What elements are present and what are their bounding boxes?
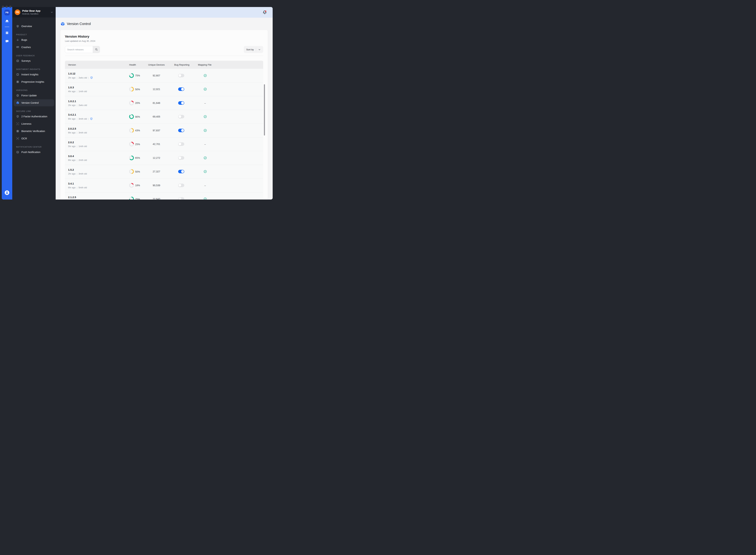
separator: | [77,159,77,161]
health-percentage: 75% [135,74,140,77]
verified-shield-icon [90,76,93,79]
sidebar-item-crashes[interactable]: Crashes [14,44,54,51]
table-row: 2.1.2.5 6hr ago | 3mth old 75% 22,643 [65,192,263,200]
chat-icon[interactable] [5,40,9,43]
home-icon[interactable] [5,19,9,23]
toggle-knob [178,157,181,159]
search-input[interactable] [65,46,93,53]
bug-reporting-toggle[interactable] [178,74,184,77]
table-scrollbar[interactable] [264,84,265,135]
release-time: 5hr ago [68,145,75,147]
version-age: 5mth old [79,186,87,189]
check-circle-icon [203,170,207,173]
bug-reporting-toggle[interactable] [178,170,184,173]
workspace-logo[interactable]: PB [4,10,10,15]
bug-reporting-toggle[interactable] [178,101,184,105]
unique-devices-count: 27,327 [146,170,167,173]
toggle-knob [178,115,181,118]
two-factor-icon [16,115,19,118]
sidebar-item-liveness[interactable]: Liveness [14,120,54,127]
instant-insights-icon [16,73,19,76]
unique-devices-count: 22,643 [146,198,167,200]
bug-reporting-toggle[interactable] [178,197,184,200]
sidebar-item-push-notification[interactable]: Push Notification [14,148,54,156]
table-body: 1.0.12 2hr ago | 2wks old | 75% 92,607 1… [65,69,263,200]
mapping-file-status: – [203,184,207,187]
separator: | [77,90,77,93]
sidebar-item-instant-insights[interactable]: Instant Insights [14,71,54,78]
user-avatar[interactable] [4,190,10,195]
sidebar-item-bugs[interactable]: Bugs [14,36,54,43]
bug-reporting-toggle[interactable] [178,142,184,146]
window-close-button[interactable] [2,6,4,8]
sidebar-item-progressive-insights[interactable]: Progressive Insights [14,78,54,85]
window-controls [2,6,11,8]
sidebar-item-ocr[interactable]: OCR [14,135,54,142]
apps-grid-icon[interactable] [5,31,9,35]
mapping-file-status [203,198,207,200]
toggle-knob [178,74,181,77]
sidebar-section-label: USER FEEDBACK [16,54,52,57]
mapping-file-status [203,88,207,91]
notification-bell-icon[interactable] [262,10,267,15]
window-zoom-button[interactable] [9,6,11,8]
sort-by-label: Sort by [246,48,254,51]
toggle-knob [178,198,181,200]
sidebar-item-2-factor-authentication[interactable]: 2 Factor Authentication [14,113,54,120]
toggle-knob [178,143,181,145]
health-ring [129,114,134,119]
bug-reporting-toggle[interactable] [178,129,184,132]
version-number: 2.0.2.5 [68,127,87,130]
bug-reporting-toggle[interactable] [178,115,184,118]
sidebar-item-label: Version Control [22,101,39,104]
table-row: 2.0.2 5hr ago | 1mth old 25% 42,701 – [65,137,263,151]
unique-devices-count: 81,648 [146,101,167,104]
window-minimize-button[interactable] [6,6,8,8]
sort-divider [256,48,256,51]
sidebar-item-label: Biometric Verification [22,130,45,133]
mapping-file-status: – [203,143,207,146]
bug-reporting-toggle[interactable] [178,156,184,160]
health-ring [129,169,134,174]
version-age: 2wks old [79,104,87,106]
bug-reporting-toggle[interactable] [178,184,184,187]
rail-divider [5,27,9,27]
mapping-file-status [203,129,207,132]
table-row: 3.4.2.1 6hr ago | 3mth old | 90% 69,405 [65,110,263,124]
sort-by-button[interactable]: Sort by [244,46,263,53]
release-time: 4hr ago [68,90,75,93]
sidebar-item-label: Progressive Insights [22,80,44,83]
sidebar-item-label: OCR [22,137,27,140]
sidebar-item-surveys[interactable]: Surveys [14,57,54,65]
bug-reporting-toggle[interactable] [178,87,184,91]
separator: | [88,76,89,79]
sidebar-item-version-control[interactable]: Version Control [14,99,54,106]
sidebar-nav: OverviewPRODUCTBugsCrashesUSER FEEDBACKS… [12,17,56,156]
app-selector[interactable]: PB Polar Bear App Android, SandBox [12,7,56,17]
mapping-file-status [203,115,207,118]
toggle-knob [181,129,184,132]
page-content: Version Control Version History Last upd… [56,18,273,200]
surveys-icon [16,59,19,62]
unique-devices-count: 69,405 [146,115,167,118]
separator: | [77,186,77,189]
version-number: 1.5.2 [68,168,87,171]
app-window: PB PB Polar Bear App Android, SandBox Ov… [2,7,273,200]
version-number: 2.0.2 [68,141,87,144]
crashes-icon [16,46,19,49]
health-ring [129,100,134,105]
column-header-unique-devices: Unique Devices [146,63,167,66]
sidebar-item-overview[interactable]: Overview [14,23,54,30]
health-percentage: 18% [135,184,140,187]
sidebar-item-label: Force Update [22,94,37,97]
table-row: 1.5.2 2hr ago | 3mth old 50% 27,327 [65,165,263,178]
sidebar-item-biometric-verification[interactable]: Biometric Verification [14,128,54,135]
force-update-icon [16,94,19,97]
separator: | [77,76,77,79]
version-age: 3mth old [79,173,87,175]
version-age: 3mth old [79,131,87,134]
separator: | [88,118,89,120]
sidebar-item-force-update[interactable]: Force Update [14,92,54,99]
check-circle-icon [203,115,207,118]
search-button[interactable] [93,46,100,53]
